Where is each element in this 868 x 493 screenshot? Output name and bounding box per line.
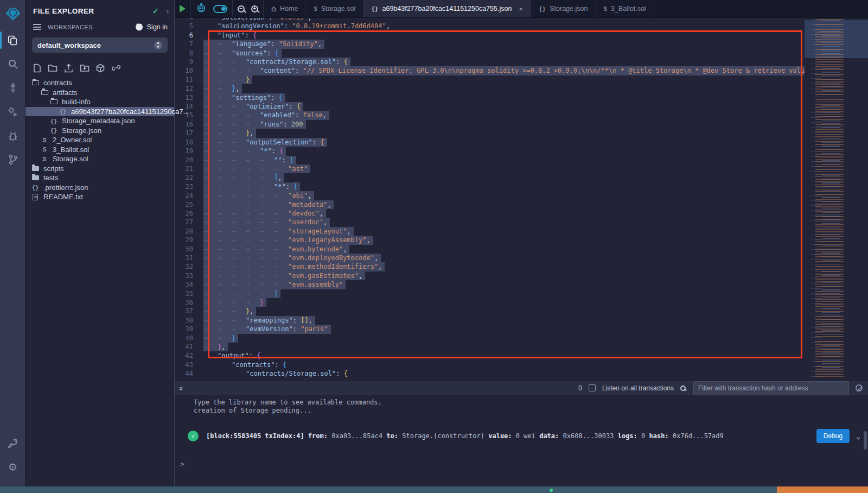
sol-icon: S: [40, 146, 49, 153]
code-line-14: 14→→→"optimizer": {: [175, 102, 805, 111]
terminal[interactable]: Type the library name to see available c…: [175, 395, 868, 480]
network-status-dot: [550, 489, 553, 492]
sidebar-item-solidity-compiler[interactable]: [0, 76, 25, 100]
minimap[interactable]: [805, 18, 868, 380]
workspaces-label: WORKSPACES: [48, 24, 135, 30]
tab-a69b43f277ba20fcac141151250ca755-json[interactable]: {}a69b43f277ba20fcac141151250ca755.json×: [363, 0, 531, 17]
line-number: 41: [175, 343, 203, 351]
new-file-icon[interactable]: [33, 64, 41, 73]
json-icon: {}: [539, 5, 546, 12]
code-line-10: 10→→→→"content": "// SPDX-License-Identi…: [175, 66, 805, 75]
tab-3-ballot-sol[interactable]: S3_Ballot.sol: [596, 0, 654, 17]
tab-label: Home: [280, 5, 298, 12]
code-line-37: 37→→→},: [175, 307, 805, 315]
tree-item-a69b43f277ba20fcac141151250ca7-[interactable]: {}a69b43f277ba20fcac141151250ca7...: [25, 107, 174, 117]
link-icon[interactable]: [111, 64, 121, 73]
folder-icon: [31, 166, 40, 171]
sidebar-item-file-explorer[interactable]: [0, 28, 25, 52]
plugin-manager-icon[interactable]: [0, 431, 25, 455]
json-icon: {}: [49, 118, 58, 124]
sign-in-button[interactable]: Sign in: [135, 23, 168, 31]
line-number: 24: [175, 191, 203, 200]
debug-button[interactable]: Debug: [816, 429, 850, 443]
line-number: 26: [175, 209, 203, 218]
sidebar-item-debugger[interactable]: [0, 124, 25, 148]
line-number: 16: [175, 120, 203, 129]
code-lines: 4 "solcVersion": "0.8.19",5 "solcLongVer…: [175, 18, 805, 380]
settings-icon[interactable]: ⚙: [0, 455, 25, 479]
terminal-collapse-icon[interactable]: »: [177, 387, 186, 389]
code-editor[interactable]: 4 "solcVersion": "0.8.19",5 "solcLongVer…: [175, 18, 868, 380]
tab-label: Storage.json: [550, 5, 588, 12]
close-tab-icon[interactable]: ×: [519, 5, 523, 13]
upload-folder-icon[interactable]: [80, 64, 90, 73]
tree-item-tests[interactable]: tests: [25, 173, 174, 183]
tree-item-2-owner-sol[interactable]: S2_Owner.sol: [25, 135, 174, 145]
sidebar-item-deploy-run[interactable]: [0, 100, 25, 124]
line-number: 20: [175, 156, 203, 165]
code-line-26: 26→→→→→→"devdoc",: [175, 209, 805, 218]
sidebar-item-search[interactable]: [0, 52, 25, 76]
code-line-38: 38→→→"remappings": [],: [175, 316, 805, 325]
workspace-caret-icon: ▲▼: [154, 41, 162, 49]
sol-icon: S: [40, 156, 49, 162]
tree-item-3-ballot-sol[interactable]: S3_Ballot.sol: [25, 145, 174, 155]
folder-open-icon: [49, 99, 58, 104]
new-folder-icon[interactable]: [48, 64, 58, 73]
terminal-prompt[interactable]: >: [180, 460, 184, 468]
line-number: 33: [175, 271, 203, 280]
main-area: − + ⌂HomeSStorage.sol{}a69b43f277ba20fca…: [175, 0, 868, 486]
tx-expand-icon[interactable]: ⌄: [856, 432, 860, 440]
code-line-34: 34→→→→→→"evm.assembly": [175, 280, 805, 289]
code-line-8: 8→→"sources": {: [175, 49, 805, 58]
code-line-33: 33→→→→→→"evm.gasEstimates",: [175, 271, 805, 280]
tree-item-storage-sol[interactable]: SStorage.sol: [25, 154, 174, 164]
workspace-select[interactable]: default_workspace ▲▼: [32, 37, 168, 53]
tree-item-artifacts[interactable]: artifacts: [25, 88, 174, 98]
json-icon: {}: [49, 127, 58, 134]
tree-item--prettierrc-json[interactable]: {}.prettierrc.json: [25, 183, 174, 193]
line-number: 35: [175, 289, 203, 298]
tree-item-label: build-info: [62, 98, 91, 106]
code-line-42: 42 "output": {: [175, 351, 805, 360]
copilot-toggle[interactable]: [213, 5, 227, 13]
upload-file-icon[interactable]: [64, 64, 73, 73]
folder-open-icon: [31, 80, 40, 85]
line-number: 12: [175, 84, 203, 93]
workspaces-menu-icon[interactable]: [33, 24, 41, 30]
tab-storage-sol[interactable]: SStorage.sol: [306, 0, 363, 17]
terminal-scrollbar[interactable]: [864, 431, 867, 450]
zoom-in-icon[interactable]: +: [251, 5, 258, 12]
collapse-panel-icon[interactable]: ›: [167, 7, 169, 15]
tab-home[interactable]: ⌂Home: [264, 0, 306, 17]
tree-item-storage-metadata-json[interactable]: {}Storage_metadata.json: [25, 116, 174, 126]
zoom-out-icon[interactable]: −: [238, 5, 245, 12]
listen-checkbox[interactable]: [589, 384, 596, 391]
terminal-log-line: creation of Storage pending...: [194, 407, 868, 415]
sidebar-item-git[interactable]: [0, 148, 25, 172]
code-line-18: 18→→→"outputSelection": {: [175, 138, 805, 147]
transaction-filter-input[interactable]: [693, 381, 849, 395]
line-number: 31: [175, 254, 203, 262]
tx-summary: [block:5583405 txIndex:4] from: 0xa03...…: [206, 432, 810, 440]
code-line-7: 7→→"language": "Solidity",: [175, 40, 805, 48]
ai-copilot-icon[interactable]: [196, 3, 207, 15]
code-line-30: 30→→→→→→"evm.bytecode",: [175, 245, 805, 254]
line-number: 11: [175, 75, 203, 84]
line-number: 5: [175, 22, 203, 30]
tab-storage-json[interactable]: {}Storage.json: [531, 0, 596, 17]
remix-logo[interactable]: [0, 0, 25, 28]
run-script-button[interactable]: [180, 5, 186, 12]
tree-item-build-info[interactable]: build-info: [25, 97, 174, 107]
json-icon: {}: [31, 184, 40, 191]
clear-console-icon[interactable]: [856, 384, 863, 391]
alert-segment[interactable]: [777, 486, 868, 493]
ipfs-cube-icon[interactable]: [96, 64, 105, 73]
tree-item-storage-json[interactable]: {}Storage.json: [25, 126, 174, 136]
file-tree: contractsartifactsbuild-info{}a69b43f277…: [25, 77, 174, 202]
transaction-row: ✓ [block:5583405 txIndex:4] from: 0xa03.…: [188, 429, 860, 443]
tree-item-scripts[interactable]: scripts: [25, 164, 174, 174]
tree-item-readme-txt[interactable]: README.txt: [25, 192, 174, 202]
tree-item-contracts[interactable]: contracts: [25, 78, 174, 88]
line-number: 21: [175, 165, 203, 173]
